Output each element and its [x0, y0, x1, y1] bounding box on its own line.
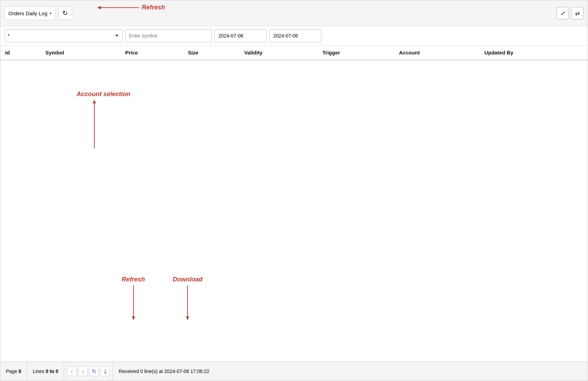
symbol-input[interactable]: [125, 29, 212, 42]
table-header: Id Symbol Price Size Validity Trigger Ac…: [0, 45, 588, 60]
date-from-input[interactable]: [215, 29, 267, 42]
bottom-download-label: Download: [173, 276, 202, 283]
footer-refresh-button[interactable]: ↻: [89, 366, 99, 376]
filter-bar: *: [0, 26, 588, 45]
app-title: Orders Daily Log: [8, 10, 47, 16]
swap-icon: ⇄: [575, 10, 580, 17]
refresh-annotation: Refresh: [97, 4, 165, 11]
page-segment: Page 0: [0, 362, 27, 381]
bottom-download-arrow: [187, 285, 188, 320]
pagination-nav: ‹ › ↻ ⤓: [64, 362, 113, 381]
footer-download-button[interactable]: ⤓: [100, 366, 110, 376]
col-account: Account: [394, 45, 479, 60]
refresh-icon: ↻: [62, 9, 68, 17]
col-size: Size: [183, 45, 239, 60]
bottom-refresh-label: Refresh: [122, 276, 145, 283]
orders-table: Id Symbol Price Size Validity Trigger Ac…: [0, 45, 588, 60]
expand-button[interactable]: ⤢: [556, 7, 569, 19]
col-symbol: Symbol: [41, 45, 120, 60]
col-price: Price: [120, 45, 183, 60]
dropdown-arrow-icon: ▾: [50, 11, 52, 16]
col-updated-by: Updated By: [479, 45, 588, 60]
annotation-arrow: [97, 7, 139, 8]
account-selection-label: Account selection: [77, 91, 130, 98]
main-container: Orders Daily Log ▾ ↻ Refresh ⤢ ⇄ *: [0, 0, 588, 381]
status-bar: Page 0 Lines 0 to 0 ‹ › ↻ ⤓ Received 0 l…: [0, 362, 588, 381]
bottom-refresh-arrow: [133, 285, 134, 320]
header-bar: Orders Daily Log ▾ ↻ Refresh ⤢ ⇄: [0, 0, 588, 26]
table-container: Id Symbol Price Size Validity Trigger Ac…: [0, 45, 588, 60]
page-number: 0: [19, 369, 21, 374]
header-right-buttons: ⤢ ⇄: [556, 7, 583, 19]
status-text: Received 0 line(s) at 2024-07-06 17:06:2…: [119, 369, 209, 374]
prev-page-button[interactable]: ‹: [67, 366, 77, 376]
bottom-download-annotation: Download: [173, 276, 202, 320]
expand-icon: ⤢: [561, 10, 565, 17]
date-to-input[interactable]: [269, 29, 321, 42]
account-select[interactable]: *: [5, 29, 122, 42]
lines-value: 0 to 0: [46, 369, 59, 374]
col-validity: Validity: [239, 45, 317, 60]
lines-label: Lines: [33, 369, 44, 374]
next-page-button[interactable]: ›: [78, 366, 88, 376]
account-annotation: Account selection: [77, 91, 130, 149]
bottom-refresh-annotation: Refresh: [122, 276, 145, 320]
title-dropdown-button[interactable]: Orders Daily Log ▾: [5, 6, 55, 20]
col-id: Id: [0, 45, 41, 60]
refresh-button[interactable]: ↻: [58, 6, 72, 20]
lines-segment: Lines 0 to 0: [27, 362, 64, 381]
col-trigger: Trigger: [318, 45, 394, 60]
refresh-annotation-label: Refresh: [142, 4, 165, 11]
bottom-annotation: Refresh Download: [122, 276, 202, 320]
swap-button[interactable]: ⇄: [571, 7, 583, 19]
status-message: Received 0 line(s) at 2024-07-06 17:06:2…: [113, 369, 215, 374]
account-annotation-arrow: [94, 100, 95, 149]
page-label: Page: [6, 369, 17, 374]
table-header-row: Id Symbol Price Size Validity Trigger Ac…: [0, 45, 588, 60]
